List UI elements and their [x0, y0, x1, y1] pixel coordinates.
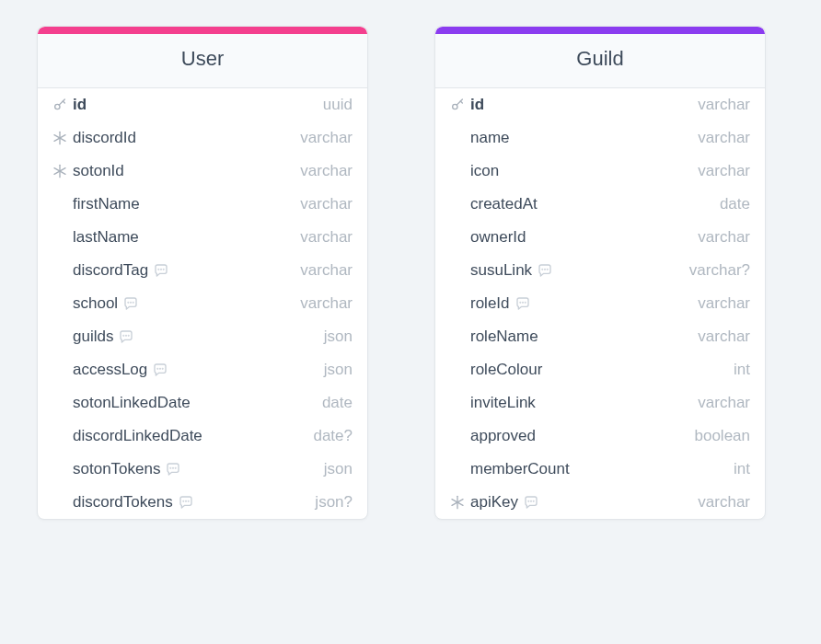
svg-point-15 [129, 335, 130, 336]
accent-bar [435, 27, 765, 34]
svg-point-20 [173, 467, 174, 468]
comment-icon [153, 362, 168, 377]
column-name: apiKey [470, 493, 518, 512]
svg-point-13 [123, 335, 124, 336]
column-name: discordTag [73, 261, 148, 280]
column-type: varchar [300, 261, 353, 280]
column-row: namevarchar [435, 121, 765, 155]
column-type: varchar [300, 228, 353, 247]
comment-icon [515, 296, 530, 311]
table-card: UseriduuiddiscordIdvarcharsotonIdvarchar… [37, 26, 368, 520]
svg-point-26 [542, 269, 543, 270]
column-type: json? [315, 493, 353, 512]
column-name: createdAt [470, 195, 538, 213]
column-row: memberCountint [435, 453, 765, 486]
key-icon [52, 98, 67, 112]
column-row: ownerIdvarchar [435, 221, 765, 254]
column-row: discordTokensjson? [38, 486, 367, 519]
column-icon-slot [52, 164, 73, 178]
column-name: inviteLink [470, 394, 536, 412]
column-name: memberCount [470, 460, 570, 478]
column-row: discordIdvarchar [38, 121, 367, 155]
column-row: sotonLinkedDatedate [38, 386, 367, 420]
column-name: guilds [73, 328, 113, 346]
comment-indicator [524, 495, 538, 510]
svg-point-9 [164, 269, 165, 270]
column-type: int [734, 361, 750, 379]
column-name: school [73, 294, 118, 313]
svg-point-22 [183, 500, 184, 501]
comment-indicator [538, 263, 552, 278]
svg-point-31 [525, 302, 526, 303]
column-icon-slot [52, 131, 73, 145]
column-name: icon [470, 162, 499, 180]
snowflake-icon [52, 164, 67, 178]
svg-point-10 [128, 302, 129, 303]
comment-icon [123, 296, 138, 311]
column-name: approved [470, 427, 536, 445]
column-row: schoolvarchar [38, 287, 367, 320]
column-type: date [720, 195, 750, 213]
column-name: roleId [470, 294, 510, 313]
column-row: apiKeyvarchar [435, 486, 765, 519]
column-row: sotonIdvarchar [38, 155, 367, 188]
column-row: susuLinkvarchar? [435, 254, 765, 287]
tables-container: UseriduuiddiscordIdvarcharsotonIdvarchar… [37, 26, 784, 520]
column-type: varchar [698, 129, 750, 147]
svg-point-14 [126, 335, 127, 336]
column-name: discordTokens [73, 493, 173, 512]
column-type: varchar [698, 394, 750, 412]
comment-icon [166, 462, 180, 477]
column-name: lastName [73, 228, 139, 247]
column-row: discordLinkedDatedate? [38, 420, 367, 453]
table-card: Guildidvarcharnamevarchariconvarcharcrea… [434, 26, 766, 520]
column-type: varchar [698, 328, 750, 346]
column-type: uuid [323, 96, 353, 114]
svg-point-11 [131, 302, 132, 303]
comment-indicator [515, 296, 530, 311]
column-name: roleColour [470, 361, 542, 379]
column-name: sotonTokens [73, 460, 160, 478]
column-row: accessLogjson [38, 353, 367, 386]
comment-indicator [123, 296, 138, 311]
column-name: discordLinkedDate [73, 427, 202, 445]
column-type: varchar [698, 96, 750, 114]
comment-indicator [179, 495, 193, 510]
column-type: varchar? [689, 261, 750, 280]
comment-indicator [119, 329, 133, 344]
column-row: iduuid [38, 88, 367, 121]
svg-point-7 [158, 269, 159, 270]
column-type: date [322, 394, 353, 412]
column-row: lastNamevarchar [38, 221, 367, 254]
column-name: discordId [73, 129, 136, 147]
comment-icon [538, 263, 552, 278]
comment-indicator [166, 462, 180, 477]
column-row: createdAtdate [435, 188, 765, 221]
column-row: iconvarchar [435, 155, 765, 188]
column-row: roleColourint [435, 353, 765, 386]
column-type: json [324, 328, 353, 346]
snowflake-icon [450, 495, 465, 510]
comment-icon [524, 495, 538, 510]
column-icon-slot [450, 98, 470, 112]
svg-point-16 [157, 368, 158, 369]
column-name: accessLog [73, 361, 147, 379]
column-row: firstNamevarchar [38, 188, 367, 221]
comment-icon [119, 329, 133, 344]
column-icon-slot [450, 495, 470, 510]
column-row: approvedboolean [435, 420, 765, 453]
column-row: discordTagvarchar [38, 254, 367, 287]
key-icon [450, 98, 465, 112]
comment-icon [154, 263, 168, 278]
svg-point-35 [528, 500, 529, 501]
column-type: varchar [698, 493, 750, 512]
svg-point-37 [533, 500, 534, 501]
column-name: name [470, 129, 510, 147]
column-type: varchar [300, 195, 353, 213]
column-type: varchar [698, 162, 750, 180]
svg-point-36 [531, 500, 532, 501]
column-row: guildsjson [38, 320, 367, 353]
svg-point-30 [522, 302, 523, 303]
column-type: json [324, 361, 353, 379]
column-icon-slot [52, 98, 73, 112]
